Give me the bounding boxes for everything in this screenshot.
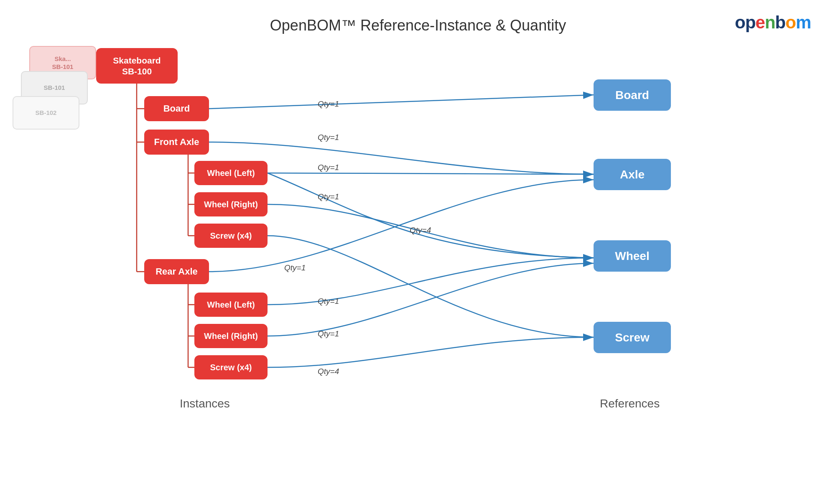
references-label: References [600, 397, 660, 410]
ref-wheel: Wheel [594, 240, 671, 272]
instance-skateboard: SkateboardSB-100 [96, 48, 178, 84]
instance-screw-2: Screw (x4) [194, 355, 268, 379]
logo-text: openbom [735, 13, 811, 33]
ref-axle: Axle [594, 159, 671, 190]
instance-board: Board [144, 96, 209, 121]
qty-board: Qty=1 [318, 99, 339, 109]
qty-rear-axle: Qty=1 [284, 263, 306, 272]
instance-rear-axle: Rear Axle [144, 259, 209, 284]
instance-wheel-left-1: Wheel (Left) [194, 161, 268, 185]
qty-screw-2: Qty=4 [318, 367, 339, 376]
logo: openbom [735, 13, 811, 33]
qty-wheel-left-1-axle: Qty=1 [318, 163, 339, 172]
instance-wheel-right-2: Wheel (Right) [194, 324, 268, 348]
qty-wheel-right-2: Qty=1 [318, 329, 339, 339]
instance-screw-1: Screw (x4) [194, 224, 268, 248]
qty-front-axle: Qty=1 [318, 133, 339, 142]
ref-screw: Screw [594, 322, 671, 353]
qty-wheel-left-2: Qty=1 [318, 297, 339, 306]
qty-screw-1-total: Qty=4 [410, 226, 431, 235]
qty-wheel-right-1: Qty=1 [318, 192, 339, 201]
page-title: OpenBOM™ Reference-Instance & Quantity [270, 17, 566, 34]
bg-box-sb102: SB-102 [13, 96, 79, 130]
instance-wheel-right-1: Wheel (Right) [194, 192, 268, 216]
instance-front-axle: Front Axle [144, 130, 209, 155]
instances-label: Instances [180, 397, 230, 410]
svg-line-12 [209, 95, 594, 109]
ref-board: Board [594, 79, 671, 111]
instance-wheel-left-2: Wheel (Left) [194, 293, 268, 317]
